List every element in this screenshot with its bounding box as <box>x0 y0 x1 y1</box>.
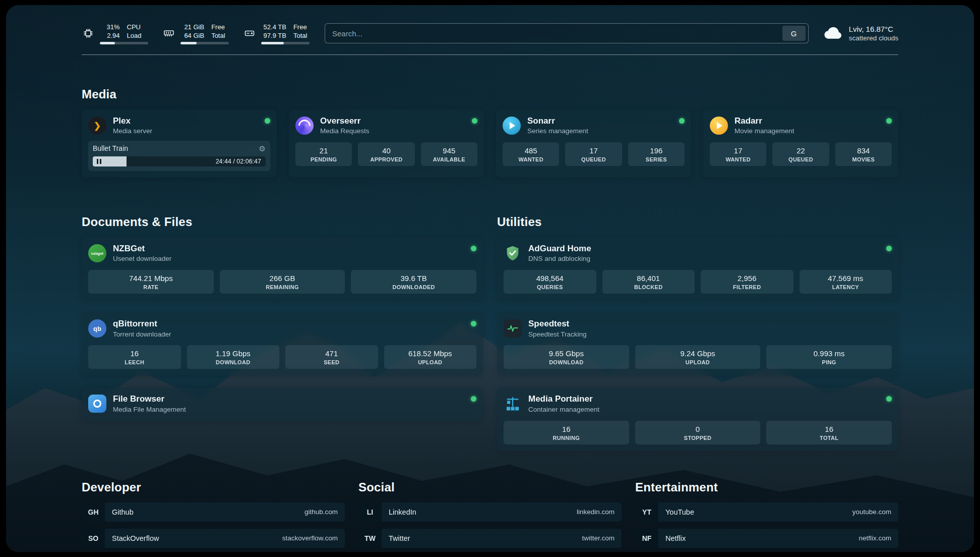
search-provider-button[interactable]: G <box>782 26 806 41</box>
bookmark-linkedin[interactable]: LI LinkedIn linkedin.com <box>358 503 622 522</box>
status-dot <box>886 246 892 251</box>
stat-running: 16 RUNNING <box>504 421 629 444</box>
overseerr-icon <box>295 117 314 135</box>
bookmark-group-social: Social LI LinkedIn linkedin.com TW Twitt… <box>358 480 622 548</box>
service-name: AdGuard Home <box>528 243 591 254</box>
section-title-developer: Developer <box>82 480 345 494</box>
bookmark-url: stackoverflow.com <box>282 534 338 542</box>
service-name: Radarr <box>734 116 794 126</box>
service-card-adguard[interactable]: AdGuard Home DNS and adblocking 498,564 … <box>497 237 898 300</box>
stat-download: 9.65 Gbps DOWNLOAD <box>504 345 629 369</box>
stat-rate: 744.21 Mbps RATE <box>88 270 214 294</box>
weather-summary: Lviv, 16.87°C <box>849 25 898 33</box>
service-card-filebrowser[interactable]: File Browser Media File Management <box>82 387 483 420</box>
bookmark-stackoverflow[interactable]: SO StackOverflow stackoverflow.com <box>82 529 345 548</box>
memory-widget: 21 GiB Free 64 GiB Total <box>162 23 229 44</box>
header-divider <box>82 54 898 55</box>
service-card-qbittorrent[interactable]: qb qBittorrent Torrent downloader 16 LEE… <box>82 312 483 375</box>
stat-queued: 17 QUEUED <box>565 142 622 166</box>
service-name: qBittorrent <box>113 318 171 329</box>
cpu-load-value: 2.94 <box>100 31 120 40</box>
stat-latency: 47.569 ms LATENCY <box>800 270 892 294</box>
stat-stopped: 0 STOPPED <box>635 421 761 444</box>
stat-movies: 834 MOVIES <box>835 142 892 166</box>
playback-progress-bar: 24:44 / 02:06:47 <box>93 156 266 166</box>
stat-series: 196 SERIES <box>628 142 685 166</box>
section-title-entertainment: Entertainment <box>635 480 898 494</box>
service-desc: Speedtest Tracking <box>528 330 587 339</box>
service-name: Plex <box>113 116 152 126</box>
stat-approved: 40 APPROVED <box>358 142 414 166</box>
service-name: Sonarr <box>527 116 588 126</box>
search-bar: G <box>325 23 809 43</box>
disk-progress-bar <box>261 42 310 44</box>
stat-pending: 21 PENDING <box>295 142 352 166</box>
adguard-shield-icon <box>504 244 522 262</box>
dashboard-screen: 31% CPU 2.94 Load <box>6 5 974 552</box>
stat-total: 16 TOTAL <box>766 421 892 444</box>
plex-now-playing: Bullet Train ⚙ 24:44 / 02:06:47 <box>88 141 270 171</box>
cpu-progress-bar <box>100 42 148 44</box>
status-dot <box>679 118 685 124</box>
disk-free-value: 52.4 TB <box>261 23 286 31</box>
service-name: NZBGet <box>113 243 171 254</box>
service-desc: Media Requests <box>320 127 370 136</box>
stat-ping: 0.993 ms PING <box>766 345 892 369</box>
bookmark-url: youtube.com <box>852 508 891 516</box>
section-title-social: Social <box>358 480 622 494</box>
service-card-portainer[interactable]: Media Portainer Container management 16 … <box>497 387 898 451</box>
service-card-plex[interactable]: ❯ Plex Media server Bullet Train ⚙ <box>82 109 277 178</box>
service-card-speedtest[interactable]: Speedtest Speedtest Tracking 9.65 Gbps D… <box>497 312 898 375</box>
service-name: Overseerr <box>320 116 370 126</box>
radarr-icon <box>710 117 728 135</box>
nzbget-icon: nzbget <box>88 244 106 262</box>
section-title-media: Media <box>82 87 898 101</box>
status-dot <box>471 396 476 402</box>
speedtest-icon <box>504 319 522 338</box>
cpu-usage-label: CPU <box>127 23 148 31</box>
bookmark-netflix[interactable]: NF Netflix netflix.com <box>635 529 898 548</box>
bookmark-youtube[interactable]: YT YouTube youtube.com <box>635 503 898 522</box>
service-name: File Browser <box>113 394 186 404</box>
bookmark-abbr: TW <box>358 529 382 548</box>
disk-total-label: Total <box>293 31 310 40</box>
stat-queued: 22 QUEUED <box>772 142 829 166</box>
bookmark-twitter[interactable]: TW Twitter twitter.com <box>358 529 622 548</box>
stat-available: 945 AVAILABLE <box>421 142 477 166</box>
bookmark-abbr: SO <box>82 529 105 548</box>
service-name: Media Portainer <box>528 394 599 404</box>
section-title-utilities: Utilities <box>497 215 898 229</box>
portainer-icon <box>504 395 522 413</box>
memory-free-value: 21 GiB <box>180 23 204 31</box>
bookmark-name: YouTube <box>665 508 694 516</box>
memory-icon <box>162 27 175 40</box>
cpu-widget: 31% CPU 2.94 Load <box>82 23 148 44</box>
stat-upload: 618.52 Mbps UPLOAD <box>384 345 477 369</box>
stat-downloaded: 39.6 TB DOWNLOADED <box>351 270 476 294</box>
service-card-radarr[interactable]: Radarr Movie management 17 WANTED 22 QUE… <box>703 109 898 178</box>
search-input[interactable] <box>325 24 782 43</box>
bookmark-name: Twitter <box>389 534 410 542</box>
service-desc: Media server <box>113 127 152 136</box>
service-card-overseerr[interactable]: Overseerr Media Requests 21 PENDING 40 A… <box>289 109 484 178</box>
playback-time: 24:44 / 02:06:47 <box>216 156 261 166</box>
service-desc: Usenet downloader <box>113 255 171 263</box>
bookmark-abbr: NF <box>635 529 658 548</box>
service-card-sonarr[interactable]: Sonarr Series management 485 WANTED 17 Q… <box>496 109 691 178</box>
pause-icon <box>97 159 101 164</box>
stat-leech: 16 LEECH <box>88 345 181 369</box>
bookmark-group-entertainment: Entertainment YT YouTube youtube.com NF … <box>635 480 898 552</box>
memory-total-value: 64 GiB <box>180 31 204 40</box>
disk-icon <box>243 27 256 40</box>
bookmark-name: Netflix <box>665 534 686 542</box>
qbittorrent-icon: qb <box>88 319 106 338</box>
stat-download: 1.19 Gbps DOWNLOAD <box>187 345 280 369</box>
memory-progress-bar <box>180 42 229 44</box>
gear-icon[interactable]: ⚙ <box>259 145 266 152</box>
weather-condition: scattered clouds <box>849 34 898 42</box>
bookmark-github[interactable]: GH Github github.com <box>82 503 345 522</box>
status-dot <box>265 118 270 124</box>
disk-widget: 52.4 TB Free 97.9 TB Total <box>243 23 310 44</box>
service-card-nzbget[interactable]: nzbget NZBGet Usenet downloader 744.21 M… <box>82 237 483 300</box>
section-title-documents: Documents & Files <box>82 215 483 229</box>
